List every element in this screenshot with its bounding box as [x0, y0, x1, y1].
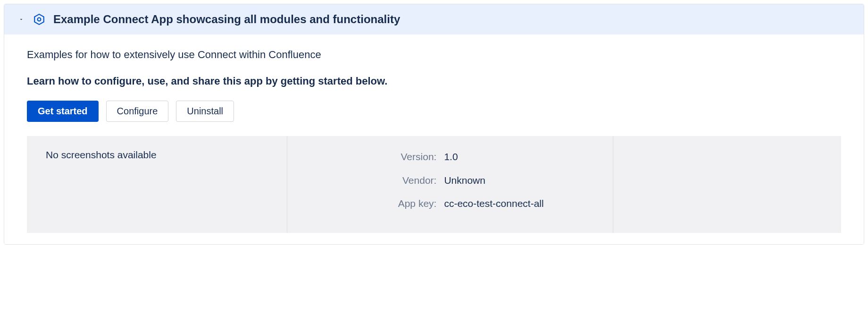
app-panel-body: Examples for how to extensively use Conn… — [4, 34, 864, 244]
version-label: Version: — [301, 149, 444, 164]
get-started-button[interactable]: Get started — [27, 101, 99, 122]
svg-point-1 — [38, 18, 41, 21]
detail-row-version: Version: 1.0 — [301, 149, 598, 164]
appkey-label: App key: — [301, 196, 444, 211]
screenshots-column: No screenshots available — [27, 136, 287, 233]
app-hex-icon — [33, 13, 46, 26]
app-title: Example Connect App showcasing all modul… — [53, 13, 400, 26]
info-grid: No screenshots available Version: 1.0 Ve… — [27, 136, 841, 233]
chevron-down-icon[interactable] — [17, 16, 25, 23]
version-value: 1.0 — [444, 149, 598, 164]
detail-row-vendor: Vendor: Unknown — [301, 173, 598, 188]
details-column: Version: 1.0 Vendor: Unknown App key: cc… — [287, 136, 613, 233]
configure-button[interactable]: Configure — [106, 101, 169, 122]
vendor-value: Unknown — [444, 173, 598, 188]
no-screenshots-text: No screenshots available — [46, 149, 268, 161]
app-description: Examples for how to extensively use Conn… — [27, 49, 841, 61]
svg-marker-0 — [34, 14, 44, 25]
button-row: Get started Configure Uninstall — [27, 101, 841, 122]
app-panel: Example Connect App showcasing all modul… — [4, 4, 864, 245]
detail-row-appkey: App key: cc-eco-test-connect-all — [301, 196, 598, 211]
app-instruction: Learn how to configure, use, and share t… — [27, 75, 841, 87]
empty-column — [613, 136, 841, 233]
vendor-label: Vendor: — [301, 173, 444, 188]
app-panel-header[interactable]: Example Connect App showcasing all modul… — [4, 4, 864, 34]
uninstall-button[interactable]: Uninstall — [176, 101, 234, 122]
appkey-value: cc-eco-test-connect-all — [444, 196, 598, 211]
